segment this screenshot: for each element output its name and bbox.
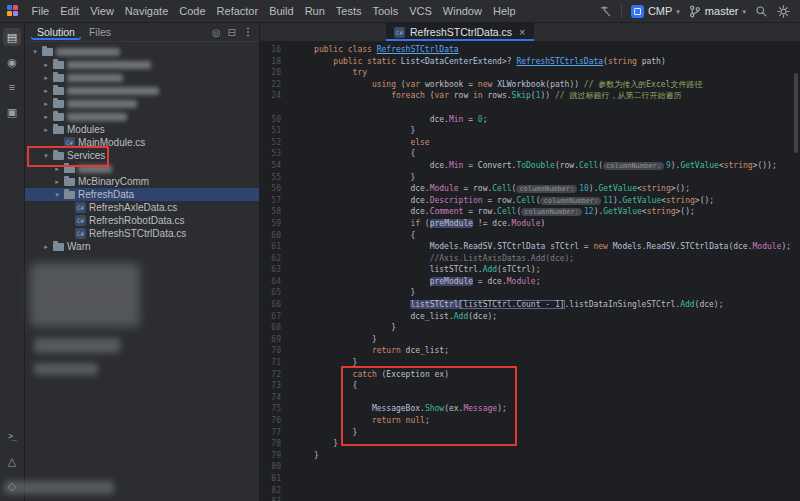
chevron-right-icon[interactable]: ▸ [42, 74, 50, 82]
code-line-68[interactable]: 68} [260, 322, 800, 334]
chevron-right-icon[interactable]: ▸ [42, 87, 50, 95]
tree-item-refreshdata[interactable]: ▾RefreshData [25, 188, 259, 201]
locate-file-button[interactable]: ◎ [212, 27, 221, 38]
code-line-56[interactable]: 56dce.Module = row.Cell(columnNumber:10)… [260, 183, 800, 195]
menu-refactor[interactable]: Refactor [211, 5, 264, 17]
chevron-right-icon[interactable]: ▸ [42, 100, 50, 108]
tree-item-services[interactable]: ▾Services [25, 149, 259, 162]
line-number[interactable]: 77 [260, 427, 290, 439]
line-number[interactable]: 65 [260, 287, 290, 299]
tree-item-mcbinarycomm[interactable]: ▸McBinaryComm [25, 175, 259, 188]
code-line-72[interactable]: 72catch (Exception ex) [260, 369, 800, 381]
solution-tool-button[interactable]: ▤ [3, 28, 21, 46]
code-line-78[interactable]: 78} [260, 438, 800, 450]
code-line-blank[interactable] [260, 102, 800, 114]
settings-button[interactable] [777, 5, 790, 18]
tree-item-redacted[interactable]: ▸ [25, 97, 259, 110]
problems-tool-button[interactable]: △ [3, 452, 21, 470]
menu-file[interactable]: File [26, 5, 55, 17]
code-line-20[interactable]: 20try [260, 67, 800, 79]
line-number[interactable]: 83 [260, 496, 290, 501]
code-line-82[interactable]: 82 [260, 485, 800, 497]
tree-item-redacted[interactable]: ▸ [25, 58, 259, 71]
code-line-24[interactable]: 24foreach (var row in rows.Skip(1)) // 跳… [260, 90, 800, 102]
line-number[interactable]: 73 [260, 380, 290, 392]
menu-help[interactable]: Help [487, 5, 521, 17]
line-number[interactable]: 66 [260, 299, 290, 311]
code-line-69[interactable]: 69} [260, 334, 800, 346]
menu-run[interactable]: Run [299, 5, 330, 17]
line-number[interactable]: 22 [260, 79, 290, 91]
line-number[interactable]: 75 [260, 403, 290, 415]
line-number[interactable]: 51 [260, 125, 290, 137]
code-line-58[interactable]: 58dce.Comment = row.Cell(columnNumber:12… [260, 206, 800, 218]
build-button[interactable] [599, 5, 612, 18]
chevron-down-icon[interactable]: ▾ [31, 48, 39, 56]
line-number[interactable]: 56 [260, 183, 290, 195]
menu-edit[interactable]: Edit [55, 5, 85, 17]
tree-item-redacted[interactable]: ▸ [25, 110, 259, 123]
terminal-tool-button[interactable]: >_ [3, 427, 21, 445]
line-number[interactable]: 58 [260, 206, 290, 218]
line-number[interactable]: 62 [260, 253, 290, 265]
tree-item-modules[interactable]: ▸Modules [25, 123, 259, 136]
code-line-62[interactable]: 62//Axis.ListAxisDatas.Add(dce); [260, 253, 800, 265]
code-line-64[interactable]: 64preModule = dce.Module; [260, 276, 800, 288]
code-line-63[interactable]: 63listSTCtrl.Add(sTCtrl); [260, 264, 800, 276]
run-config-selector[interactable]: CMP ▾ [631, 5, 680, 18]
services-tool-button[interactable]: ◇ [3, 477, 21, 495]
code-line-75[interactable]: 75MessageBox.Show(ex.Message); [260, 403, 800, 415]
chevron-right-icon[interactable]: ▸ [42, 113, 50, 121]
code-line-61[interactable]: 61Models.ReadSV.STCtrlData sTCtrl = new … [260, 241, 800, 253]
code-line-80[interactable]: 80 [260, 461, 800, 473]
line-number[interactable]: 55 [260, 172, 290, 184]
code-line-76[interactable]: 76return null; [260, 415, 800, 427]
menu-navigate[interactable]: Navigate [119, 5, 173, 17]
menu-view[interactable]: View [85, 5, 120, 17]
chevron-right-icon[interactable]: ▸ [53, 178, 61, 186]
code-line-52[interactable]: 52else [260, 137, 800, 149]
line-number[interactable]: 67 [260, 311, 290, 323]
code-line-66[interactable]: 66listSTCtrl[listSTCtrl.Count - 1].listD… [260, 299, 800, 311]
editor-scrollbar[interactable] [794, 73, 798, 153]
menu-build[interactable]: Build [264, 5, 299, 17]
search-everywhere-button[interactable] [755, 5, 768, 18]
tab-solution[interactable]: Solution [31, 25, 81, 40]
code-line-60[interactable]: 60{ [260, 230, 800, 242]
code-line-57[interactable]: 57dce.Description = row.Cell(columnNumbe… [260, 195, 800, 207]
code-line-73[interactable]: 73{ [260, 380, 800, 392]
collapse-all-button[interactable]: ⊟ [228, 27, 236, 38]
editor-tab-refreshstctrldata[interactable]: C# RefreshSTCtrlData.cs × [386, 23, 534, 41]
panel-options-button[interactable] [243, 27, 253, 37]
line-number[interactable]: 24 [260, 90, 290, 102]
tree-item-redacted[interactable]: ▸ [25, 162, 259, 175]
line-number[interactable]: 71 [260, 357, 290, 369]
code-line-53[interactable]: 53{ [260, 148, 800, 160]
line-number[interactable]: 69 [260, 334, 290, 346]
menu-vcs[interactable]: VCS [404, 5, 438, 17]
chevron-down-icon[interactable]: ▾ [53, 191, 61, 199]
app-logo-icon[interactable] [7, 5, 20, 18]
code-line-74[interactable]: 74 [260, 392, 800, 404]
line-number[interactable]: 81 [260, 473, 290, 485]
tree-item-refreshrobotdata-cs[interactable]: C#RefreshRobotData.cs [25, 214, 259, 227]
tree-item-redacted[interactable]: ▸ [25, 71, 259, 84]
branch-selector[interactable]: master ▾ [689, 5, 746, 18]
chevron-down-icon[interactable]: ▾ [42, 152, 50, 160]
menu-tests[interactable]: Tests [330, 5, 367, 17]
chevron-right-icon[interactable]: ▸ [53, 165, 61, 173]
line-number[interactable]: 50 [260, 114, 290, 126]
code-line-51[interactable]: 51} [260, 125, 800, 137]
menu-code[interactable]: Code [174, 5, 211, 17]
tree-item-refreshstctrldata-cs[interactable]: C#RefreshSTCtrlData.cs [25, 227, 259, 240]
structure-tool-button[interactable]: ≡ [3, 78, 21, 96]
tab-files[interactable]: Files [83, 25, 117, 40]
line-number[interactable]: 78 [260, 438, 290, 450]
line-number[interactable]: 60 [260, 230, 290, 242]
line-number[interactable]: 80 [260, 461, 290, 473]
line-number[interactable]: 57 [260, 195, 290, 207]
code-line-22[interactable]: 22using (var workbook = new XLWorkbook(p… [260, 79, 800, 91]
line-number[interactable]: 79 [260, 450, 290, 462]
line-number[interactable]: 82 [260, 485, 290, 497]
code-line-83[interactable]: 83 [260, 496, 800, 501]
